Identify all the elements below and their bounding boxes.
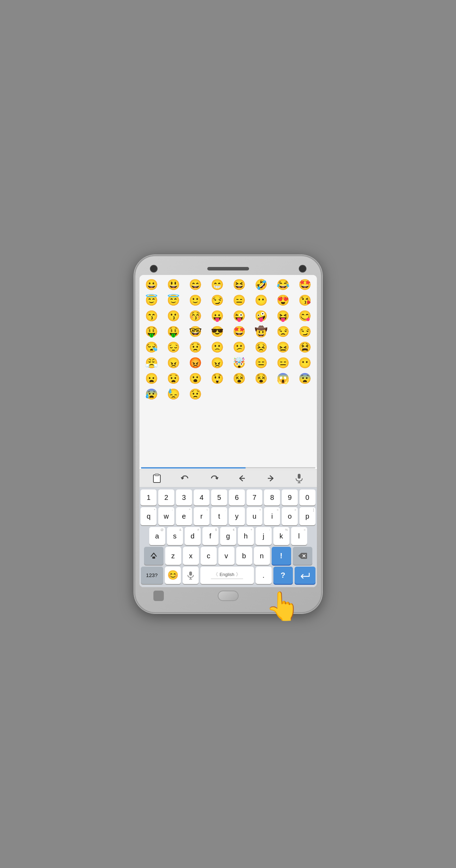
emoji-35[interactable]: 🙁 [207,340,228,355]
recent-apps-button[interactable] [293,591,303,601]
key-6[interactable]: 6 [229,489,245,505]
question-key[interactable]: · ? [273,567,293,584]
home-button[interactable] [218,591,239,601]
cursor-left-button[interactable] [235,471,249,485]
emoji-34[interactable]: 😟 [185,340,206,355]
emoji-20[interactable]: 😜 [229,308,250,323]
key-r[interactable]: ~r [194,507,210,525]
emoji-23[interactable]: 😋 [294,308,315,323]
emoji-21[interactable]: 🤪 [250,308,272,323]
key-w[interactable]: -w [158,507,174,525]
emoji-4[interactable]: 😆 [229,277,250,292]
emoji-57[interactable]: 😓 [163,387,184,401]
key-123[interactable]: 123? [141,567,163,584]
key-i[interactable]: <i [264,507,280,525]
key-x[interactable]: x [183,547,199,565]
emoji-49[interactable]: 😧 [163,371,184,386]
emoji-14[interactable]: 😍 [272,293,294,308]
emoji-28[interactable]: 🤩 [229,324,250,339]
emoji-31[interactable]: 😏 [294,324,315,339]
key-e[interactable]: ^e [176,507,192,525]
emoji-27[interactable]: 😎 [207,324,228,339]
emoji-58[interactable]: 😟 [185,387,206,401]
emoji-51[interactable]: 😲 [207,371,228,386]
emoji-47[interactable]: 😶 [294,355,315,370]
key-5[interactable]: 5 [211,489,227,505]
emoji-50[interactable]: 😮 [185,371,206,386]
key-h[interactable]: +h [238,527,254,545]
key-c[interactable]: c [201,547,217,565]
emoji-19[interactable]: 😛 [207,308,228,323]
emoji-54[interactable]: 😱 [272,371,294,386]
key-y[interactable]: y [229,507,245,525]
emoji-26[interactable]: 🤓 [185,324,206,339]
emoji-9[interactable]: 😇 [163,293,184,308]
emoji-44[interactable]: 🤯 [229,355,250,370]
emoji-46[interactable]: 😑 [272,355,294,370]
emoji-38[interactable]: 😖 [272,340,294,355]
emoji-36[interactable]: 😕 [229,340,250,355]
emoji-30[interactable]: 😒 [272,324,294,339]
emoji-29[interactable]: 🤠 [250,324,272,339]
emoji-22[interactable]: 😝 [272,308,294,323]
enter-key[interactable] [295,567,315,584]
emoji-24[interactable]: 🤑 [141,324,162,339]
key-o[interactable]: >o [282,507,298,525]
key-0[interactable]: 0 [299,489,315,505]
key-n[interactable]: n [254,547,270,565]
clipboard-button[interactable] [150,471,164,485]
emoji-56[interactable]: 😰 [141,387,162,401]
backspace-key[interactable] [293,547,312,565]
emoji-7[interactable]: 🤩 [294,277,315,292]
space-key[interactable]: 《 English 》 [200,567,254,584]
emoji-10[interactable]: 🙂 [185,293,206,308]
key-7[interactable]: 7 [247,489,263,505]
key-3[interactable]: 3 [176,489,192,505]
key-2[interactable]: 2 [158,489,174,505]
mic-key[interactable] [183,567,199,584]
key-j[interactable]: -j [256,527,272,545]
emoji-48[interactable]: 😦 [141,371,162,386]
emoji-39[interactable]: 😫 [294,340,315,355]
period-key[interactable]: . [256,567,272,584]
key-v[interactable]: v [218,547,234,565]
emoji-15[interactable]: 😘 [294,293,315,308]
emoji-43[interactable]: 😠 [207,355,228,370]
key-b[interactable]: b [236,547,252,565]
emoji-25[interactable]: 🤑 [163,324,184,339]
emoji-11[interactable]: 😏 [207,293,228,308]
emoji-18[interactable]: 😚 [185,308,206,323]
cursor-right-button[interactable] [264,471,278,485]
undo-button[interactable] [178,471,192,485]
emoji-1[interactable]: 😃 [163,277,184,292]
emoji-17[interactable]: 😗 [163,308,184,323]
emoji-3[interactable]: 😁 [207,277,228,292]
emoji-5[interactable]: 🤣 [250,277,272,292]
emoji-12[interactable]: 😑 [229,293,250,308]
key-a[interactable]: @a [149,527,165,545]
redo-button[interactable] [207,471,221,485]
emoji-55[interactable]: 😨 [294,371,315,386]
key-8[interactable]: 8 [264,489,280,505]
emoji-32[interactable]: 😪 [141,340,162,355]
emoji-45[interactable]: 😑 [250,355,272,370]
emoji-2[interactable]: 😄 [185,277,206,292]
key-k[interactable]: %k [273,527,289,545]
key-z[interactable]: z [165,547,181,565]
key-g[interactable]: €g [220,527,236,545]
key-q[interactable]: *q [141,507,157,525]
key-t[interactable]: .t [211,507,227,525]
key-1[interactable]: 1 [141,489,157,505]
key-d[interactable]: #d [185,527,201,545]
key-l[interactable]: =l [291,527,307,545]
emoji-52[interactable]: 😵 [229,371,250,386]
key-4[interactable]: 4 [194,489,210,505]
emoji-53[interactable]: 😵 [250,371,272,386]
key-s[interactable]: &s [167,527,183,545]
voice-input-button[interactable] [292,471,306,485]
emoji-41[interactable]: 😠 [163,355,184,370]
key-p[interactable]: ]p [299,507,315,525]
emoji-42[interactable]: 😡 [185,355,206,370]
key-u[interactable]: +u [247,507,263,525]
emoji-0[interactable]: 😀 [141,277,162,292]
